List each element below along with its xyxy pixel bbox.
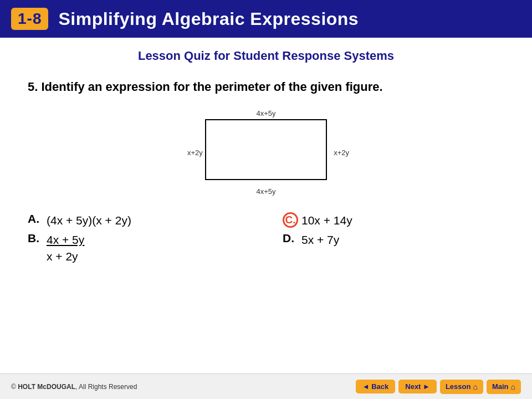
lesson-button[interactable]: Lesson ⌂ [440,380,483,394]
answer-c-letter: C. [283,212,298,228]
main-content: Lesson Quiz for Student Response Systems… [0,38,532,281]
brand-name: HOLT McDOUGAL [18,383,75,391]
answer-b-letter: B. [28,232,43,245]
figure-top-label: 4x+5y [256,109,275,117]
figure-right-label: x+2y [334,148,349,156]
header: 1-8 Simplifying Algebraic Expressions [0,0,532,38]
answer-a-letter: A. [28,212,43,226]
answer-d-letter: D. [283,232,298,245]
answer-b-line2: x + 2y [47,250,78,263]
main-button[interactable]: Main ⌂ [487,380,521,394]
answer-b: B. 4x + 5y x + 2y [28,232,249,264]
answers-grid: A. (4x + 5y)(x + 2y) B. 4x + 5y x + 2y C… [28,212,504,264]
answer-d: D. 5x + 7y [283,232,504,248]
copyright: © HOLT McDOUGAL, All Rights Reserved [11,383,137,391]
figure-rectangle [205,119,327,180]
back-button[interactable]: ◄ Back [356,380,396,393]
nav-buttons[interactable]: ◄ Back Next ► Lesson ⌂ Main ⌂ [356,380,521,394]
figure-wrapper: 4x+5y 4x+5y x+2y x+2y [188,108,344,197]
figure-container: 4x+5y 4x+5y x+2y x+2y [28,108,504,197]
answer-b-line1: 4x + 5y [47,233,84,246]
question-text: 5. Identify an expression for the perime… [28,79,504,96]
answer-col-right: C. 10x + 14y D. 5x + 7y [283,212,504,264]
answer-a-text: (4x + 5y)(x + 2y) [47,212,131,228]
header-title: Simplifying Algebraic Expressions [58,9,359,29]
answer-c-text: 10x + 14y [301,212,352,228]
main-home-icon: ⌂ [511,382,515,391]
figure-bottom-label: 4x+5y [256,187,275,196]
answer-col-left: A. (4x + 5y)(x + 2y) B. 4x + 5y x + 2y [28,212,249,264]
answer-a: A. (4x + 5y)(x + 2y) [28,212,249,228]
lesson-badge: 1-8 [11,8,48,30]
quiz-title: Lesson Quiz for Student Response Systems [28,49,504,63]
figure-left-label: x+2y [187,148,203,156]
lesson-home-icon: ⌂ [473,382,477,391]
next-button[interactable]: Next ► [398,380,437,393]
answer-d-text: 5x + 7y [301,232,339,248]
answer-b-text: 4x + 5y x + 2y [47,232,84,264]
question-number: 5. [28,80,38,94]
question-body: Identify an expression for the perimeter… [41,80,382,94]
footer: © HOLT McDOUGAL, All Rights Reserved ◄ B… [0,374,532,399]
answer-c: C. 10x + 14y [283,212,504,228]
